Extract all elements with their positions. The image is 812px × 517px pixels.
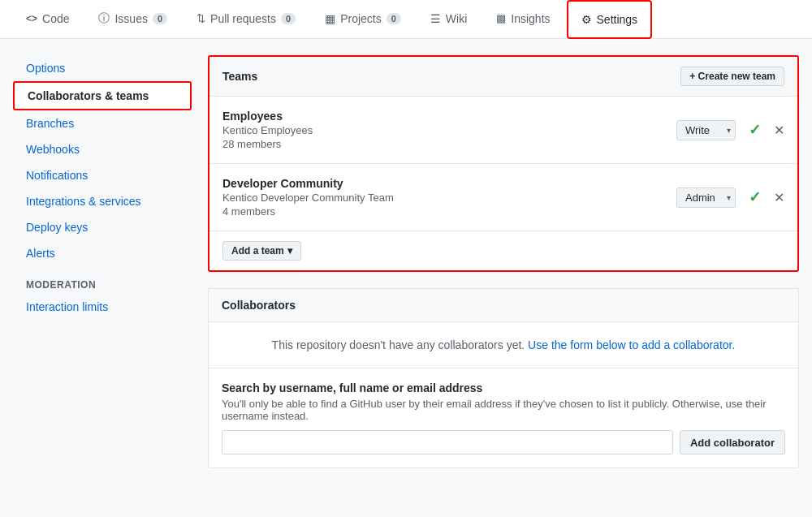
- add-collaborator-button[interactable]: Add collaborator: [680, 430, 785, 455]
- nav-tab-wiki[interactable]: ☰ Wiki: [417, 0, 480, 39]
- search-label: Search by username, full name or email a…: [222, 381, 785, 394]
- search-row: Add collaborator: [222, 430, 785, 455]
- issues-icon: ⓘ: [98, 11, 110, 26]
- sidebar-item-options[interactable]: Options: [13, 55, 192, 81]
- nav-tab-code-label: Code: [42, 12, 69, 25]
- team-info-employees: Employees Kentico Employees 28 members: [222, 110, 676, 150]
- nav-tab-wiki-label: Wiki: [446, 12, 467, 25]
- main-content: Teams + Create new team Employees Kentic…: [208, 55, 799, 485]
- nav-tab-projects-label: Projects: [340, 12, 382, 25]
- nav-tab-issues-label: Issues: [114, 12, 147, 25]
- create-new-team-button[interactable]: + Create new team: [680, 67, 784, 86]
- teams-panel: Teams + Create new team Employees Kentic…: [208, 55, 799, 272]
- search-input[interactable]: [222, 430, 673, 455]
- top-nav: <> Code ⓘ Issues 0 ⇅ Pull requests 0 ▦ P…: [0, 0, 812, 39]
- sidebar-item-webhooks[interactable]: Webhooks: [13, 136, 192, 162]
- collaborators-panel-header: Collaborators: [209, 289, 798, 322]
- add-team-label: Add a team: [231, 245, 284, 256]
- issues-badge: 0: [153, 13, 167, 24]
- sidebar-item-integrations[interactable]: Integrations & services: [13, 188, 192, 214]
- gear-icon: ⚙: [581, 13, 592, 26]
- nav-tab-issues[interactable]: ⓘ Issues 0: [85, 0, 180, 39]
- collaborator-search-section: Search by username, full name or email a…: [209, 368, 798, 467]
- nav-tab-insights-label: Insights: [511, 12, 550, 25]
- nav-tab-pull-requests[interactable]: ⇅ Pull requests 0: [184, 0, 309, 39]
- team-description-developer-community: Kentico Developer Community Team: [222, 192, 676, 204]
- sidebar-item-notifications[interactable]: Notifications: [13, 162, 192, 188]
- team-actions-employees: Read Write Admin ▾ ✓ ✕: [676, 120, 784, 140]
- sidebar-item-branches[interactable]: Branches: [13, 110, 192, 136]
- team-info-developer-community: Developer Community Kentico Developer Co…: [222, 177, 676, 218]
- remove-team-employees-button[interactable]: ✕: [774, 123, 784, 138]
- team-permission-wrapper-employees: Read Write Admin ▾: [676, 120, 736, 140]
- teams-panel-header: Teams + Create new team: [209, 57, 797, 97]
- team-name-developer-community: Developer Community: [222, 177, 676, 190]
- sidebar-item-interaction-limits[interactable]: Interaction limits: [13, 294, 192, 320]
- check-icon-employees: ✓: [749, 121, 761, 139]
- collaborators-panel-title: Collaborators: [222, 299, 296, 312]
- moderation-section-header: Moderation: [13, 266, 192, 294]
- nav-tab-insights[interactable]: ▩ Insights: [483, 0, 563, 39]
- team-members-developer-community: 4 members: [222, 205, 676, 218]
- chevron-down-icon-add: ▾: [287, 245, 292, 256]
- team-description-employees: Kentico Employees: [222, 124, 676, 136]
- team-permission-select-developer-community[interactable]: Read Write Admin: [676, 187, 736, 208]
- team-permission-wrapper-developer-community: Read Write Admin ▾: [676, 187, 736, 208]
- team-actions-developer-community: Read Write Admin ▾ ✓ ✕: [676, 187, 784, 208]
- search-help-text: You'll only be able to find a GitHub use…: [222, 398, 785, 422]
- nav-tab-settings[interactable]: ⚙ Settings: [567, 0, 653, 39]
- add-team-row: Add a team ▾: [209, 231, 797, 270]
- team-name-employees: Employees: [222, 110, 676, 123]
- sidebar-item-deploy-keys[interactable]: Deploy keys: [13, 214, 192, 240]
- check-icon-developer-community: ✓: [749, 188, 761, 206]
- pr-badge: 0: [281, 13, 296, 24]
- page-layout: Options Collaborators & teams Branches W…: [0, 39, 812, 501]
- collaborators-panel: Collaborators This repository doesn't ha…: [208, 288, 799, 468]
- wiki-icon: ☰: [430, 12, 441, 25]
- collaborators-empty-message: This repository doesn't have any collabo…: [209, 322, 798, 368]
- remove-team-developer-community-button[interactable]: ✕: [774, 190, 784, 205]
- team-row-employees: Employees Kentico Employees 28 members R…: [209, 97, 797, 164]
- add-team-button[interactable]: Add a team ▾: [222, 241, 301, 261]
- collab-empty-text-before: This repository doesn't have any collabo…: [272, 338, 525, 351]
- team-members-employees: 28 members: [222, 138, 676, 150]
- projects-badge: 0: [387, 13, 401, 24]
- nav-tab-code[interactable]: <> Code: [13, 0, 82, 39]
- insights-icon: ▩: [496, 12, 506, 24]
- nav-tab-pr-label: Pull requests: [210, 12, 276, 25]
- team-row-developer-community: Developer Community Kentico Developer Co…: [209, 164, 797, 231]
- code-icon: <>: [26, 13, 37, 24]
- sidebar: Options Collaborators & teams Branches W…: [13, 55, 192, 485]
- sidebar-item-alerts[interactable]: Alerts: [13, 240, 192, 266]
- pull-requests-icon: ⇅: [197, 12, 205, 24]
- collab-empty-text-link: Use the form below to add a collaborator…: [528, 338, 735, 351]
- nav-tab-projects[interactable]: ▦ Projects 0: [312, 0, 414, 39]
- teams-panel-title: Teams: [222, 70, 257, 83]
- sidebar-item-collaborators-teams[interactable]: Collaborators & teams: [13, 81, 192, 110]
- team-permission-select-employees[interactable]: Read Write Admin: [676, 120, 736, 140]
- nav-tab-settings-label: Settings: [597, 13, 638, 26]
- projects-icon: ▦: [325, 12, 335, 25]
